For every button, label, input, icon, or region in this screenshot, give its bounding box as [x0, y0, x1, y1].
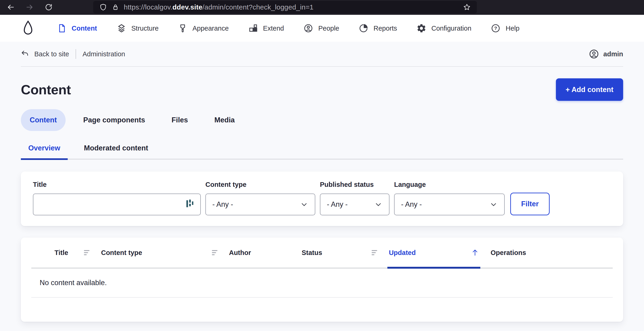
appearance-paintbrush-icon	[178, 24, 187, 33]
chevron-down-icon	[374, 200, 382, 208]
toolbar-item-label: Structure	[132, 24, 159, 32]
content-type-filter-label: Content type	[206, 181, 315, 188]
return-arrow-icon	[21, 50, 29, 58]
add-content-button[interactable]: + Add content	[556, 78, 623, 101]
toolbar-item-label: People	[318, 24, 339, 32]
content-table-panel: Title Content type Author Status Updated	[21, 238, 623, 322]
reports-piechart-icon	[359, 24, 368, 33]
toolbar-item-structure[interactable]: Structure	[116, 24, 159, 33]
content-table: Title Content type Author Status Updated	[31, 238, 613, 298]
toolbar-item-label: Extend	[263, 24, 284, 32]
main-content: Content + Add content Content Page compo…	[0, 78, 644, 322]
tab-page-components[interactable]: Page components	[74, 109, 154, 131]
content-type-selected-value: - Any -	[212, 200, 233, 208]
toolbar-item-extend[interactable]: Extend	[248, 24, 284, 33]
published-status-select[interactable]: - Any -	[320, 194, 390, 215]
sort-ascending-arrow-icon	[471, 249, 479, 256]
language-select[interactable]: - Any -	[394, 194, 505, 215]
sort-icon	[372, 250, 377, 255]
sort-icon	[212, 250, 218, 255]
column-header-content-type[interactable]: Content type	[101, 238, 229, 268]
browser-reload-button[interactable]	[44, 2, 54, 12]
browser-forward-button[interactable]	[24, 2, 35, 12]
column-header-status[interactable]: Status	[302, 238, 389, 268]
chevron-down-icon	[300, 200, 308, 208]
column-header-updated[interactable]: Updated	[389, 238, 490, 268]
filter-panel: Title Content type - Any - Published sta…	[21, 172, 623, 226]
svg-text:?: ?	[494, 26, 497, 31]
url-bar[interactable]: https://localgov.ddev.site/admin/content…	[93, 1, 477, 14]
filter-button[interactable]: Filter	[510, 192, 550, 215]
people-user-icon	[304, 24, 313, 33]
browser-back-button[interactable]	[6, 2, 16, 12]
empty-message: No content available.	[31, 268, 613, 298]
url-text: https://localgov.ddev.site/admin/content…	[124, 3, 314, 11]
https-lock-icon[interactable]	[112, 3, 119, 11]
column-header-operations: Operations	[490, 238, 613, 268]
back-to-site-link[interactable]: Back to site	[21, 50, 69, 58]
forward-arrow-icon	[26, 3, 34, 11]
title-filter-input-wrap	[33, 194, 201, 215]
admin-toolbar: Content Structure Appearance Extend Peop…	[0, 15, 644, 42]
back-to-site-label: Back to site	[34, 50, 69, 58]
toolbar-item-people[interactable]: People	[304, 24, 339, 33]
primary-tabs: Content Page components Files Media	[21, 109, 623, 131]
toolbar-item-reports[interactable]: Reports	[359, 24, 397, 33]
breadcrumb: Back to site Administration admin	[21, 42, 623, 67]
tab-moderated-content[interactable]: Moderated content	[76, 144, 156, 159]
tab-content[interactable]: Content	[21, 109, 66, 131]
help-question-icon: ?	[491, 24, 500, 33]
sort-icon	[84, 250, 90, 255]
toolbar-item-label: Appearance	[192, 24, 228, 32]
toolbar-item-help[interactable]: ? Help	[491, 24, 520, 33]
toolbar-item-label: Reports	[374, 24, 397, 32]
secondary-tabs: Overview Moderated content	[21, 144, 623, 160]
published-status-selected-value: - Any -	[327, 200, 348, 208]
tracking-shield-icon[interactable]	[99, 3, 107, 11]
column-header-title[interactable]: Title	[31, 238, 101, 268]
language-filter-label: Language	[394, 181, 505, 188]
column-header-author: Author	[229, 238, 302, 268]
published-status-filter-label: Published status	[320, 181, 390, 188]
toolbar-item-label: Configuration	[432, 24, 472, 32]
username: admin	[604, 50, 623, 58]
page-title: Content	[21, 82, 71, 97]
user-avatar-icon	[588, 49, 599, 59]
extend-modules-icon	[248, 24, 258, 33]
tab-media[interactable]: Media	[206, 109, 244, 131]
title-filter-input[interactable]	[40, 200, 186, 209]
toolbar-item-label: Help	[506, 24, 520, 32]
browser-chrome: https://localgov.ddev.site/admin/content…	[0, 0, 644, 15]
reload-icon	[44, 3, 53, 11]
back-arrow-icon	[6, 3, 15, 11]
administration-crumb[interactable]: Administration	[82, 50, 125, 58]
drupal-droplet-icon	[22, 20, 34, 36]
title-filter-label: Title	[33, 181, 201, 188]
breadcrumb-divider	[76, 49, 76, 59]
password-manager-icon[interactable]	[186, 200, 194, 209]
toolbar-item-label: Content	[72, 24, 97, 32]
configuration-gear-icon	[416, 24, 426, 33]
content-type-select[interactable]: - Any -	[206, 194, 315, 215]
structure-layers-icon	[116, 24, 126, 33]
user-menu[interactable]: admin	[588, 49, 623, 59]
screen: https://localgov.ddev.site/admin/content…	[0, 0, 644, 331]
toolbar-item-appearance[interactable]: Appearance	[178, 24, 228, 33]
empty-row: No content available.	[31, 268, 613, 298]
language-selected-value: - Any -	[401, 200, 422, 208]
drupal-logo[interactable]	[22, 20, 34, 36]
chevron-down-icon	[490, 200, 498, 208]
tab-overview[interactable]: Overview	[21, 144, 68, 159]
toolbar-item-configuration[interactable]: Configuration	[416, 24, 472, 33]
bookmark-star-icon[interactable]	[463, 3, 471, 11]
toolbar-item-content[interactable]: Content	[57, 24, 97, 33]
content-file-icon	[57, 24, 66, 33]
tab-files[interactable]: Files	[163, 109, 197, 131]
